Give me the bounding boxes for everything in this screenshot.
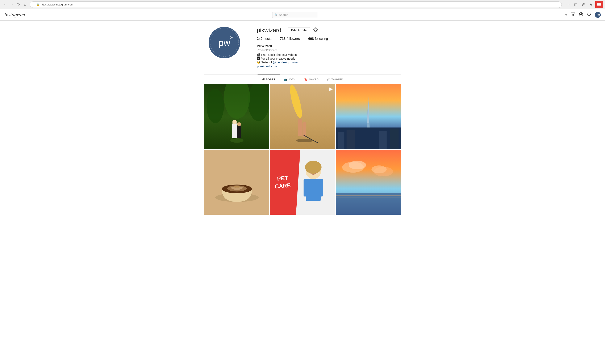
browser-nav-buttons: ← → ↻ ⌂ <box>2 2 28 8</box>
profile-avatar-nav[interactable]: PW <box>595 12 601 18</box>
bio-line-3: 👯 Sister of @the_design_wizard <box>257 61 397 64</box>
avatar-initials: PW <box>596 13 600 16</box>
filter-icon[interactable] <box>571 12 575 17</box>
tagged-tab-label: TAGGED <box>332 78 343 81</box>
post-coffee[interactable] <box>204 150 269 215</box>
profile-avatar[interactable]: pw ® <box>209 27 240 58</box>
instagram-app: Instagram 🔍 Search ⌂ <box>0 9 605 364</box>
tabs-section: POSTS 📺 IGTV 🔖 SAVED 🏷 TAGGED <box>204 75 401 84</box>
search-bar[interactable]: 🔍 Search <box>272 12 317 18</box>
post-petcare[interactable]: PET CARE <box>270 150 335 215</box>
svg-rect-15 <box>263 79 264 80</box>
edit-profile-button[interactable]: Edit Profile <box>288 27 310 33</box>
more-options-button[interactable]: ⋯ <box>565 2 571 8</box>
browser-toolbar-right: ⋯ ◫ ☍ ★ <box>565 1 603 8</box>
saved-tab-label: SAVED <box>309 78 319 81</box>
svg-rect-13 <box>263 78 264 79</box>
mention-link[interactable]: @the_design_wizard <box>273 61 300 64</box>
video-play-icon: ▶ <box>329 86 333 92</box>
profile-tabs: POSTS 📺 IGTV 🔖 SAVED 🏷 TAGGED <box>204 75 401 84</box>
followers-count: 718 <box>280 37 285 41</box>
bio-line-1: 🎬 Free stock photos & videos <box>257 53 397 56</box>
profile-section: pw ® pikwizard_ Edit Profile <box>204 21 401 68</box>
svg-point-4 <box>579 13 583 16</box>
bio-line-2: 🖼 For all your creative needs <box>257 57 397 60</box>
heart-icon[interactable] <box>587 12 591 17</box>
svg-marker-3 <box>571 13 575 16</box>
tab-saved[interactable]: 🔖 SAVED <box>300 75 323 84</box>
bookmark-button[interactable]: ★ <box>588 2 594 8</box>
svg-rect-2 <box>597 5 601 6</box>
following-label: following <box>315 37 328 41</box>
tab-posts[interactable]: POSTS <box>257 75 280 84</box>
post-city[interactable] <box>336 84 401 149</box>
post-office[interactable] <box>336 150 401 215</box>
refresh-button[interactable]: ↻ <box>15 2 21 8</box>
svg-text:pw: pw <box>218 38 230 48</box>
post-surf[interactable]: ▶ <box>270 84 335 149</box>
profile-stats: 249 posts 718 followers 698 following <box>257 37 397 41</box>
lock-icon: 🔒 <box>36 3 40 6</box>
username: pikwizard_ <box>257 27 285 34</box>
svg-marker-5 <box>580 13 582 15</box>
svg-point-11 <box>314 28 317 31</box>
verified-badge <box>313 27 318 33</box>
forward-button[interactable]: → <box>9 2 15 8</box>
tab-igtv[interactable]: 📺 IGTV <box>280 75 300 84</box>
saved-tab-icon: 🔖 <box>304 78 308 81</box>
posts-label: posts <box>263 37 271 41</box>
home-button[interactable]: ⌂ <box>22 2 28 8</box>
address-bar[interactable]: 🔒 https://www.instagram.com <box>30 1 562 8</box>
home-icon[interactable]: ⌂ <box>565 12 567 17</box>
instagram-logo[interactable]: Instagram <box>4 12 25 18</box>
username-row: pikwizard_ Edit Profile <box>257 27 397 34</box>
hamburger-menu-button[interactable] <box>595 1 603 8</box>
igtv-tab-label: IGTV <box>289 78 296 81</box>
igtv-tab-icon: 📺 <box>284 78 288 81</box>
svg-text:®: ® <box>230 36 232 40</box>
reader-button[interactable]: ☍ <box>580 2 586 8</box>
posts-count: 249 <box>257 37 263 41</box>
profile-category: Product/Service <box>257 49 397 52</box>
followers-label: followers <box>286 37 300 41</box>
post-wedding[interactable] <box>204 84 269 149</box>
posts-stat[interactable]: 249 posts <box>257 37 272 41</box>
svg-rect-0 <box>597 3 601 4</box>
url-text: https://www.instagram.com <box>41 3 73 6</box>
followers-stat[interactable]: 718 followers <box>280 37 300 41</box>
tagged-tab-icon: 🏷 <box>327 78 330 81</box>
profile-header: pw ® pikwizard_ Edit Profile <box>209 27 397 68</box>
nav-icons: ⌂ PW <box>565 12 601 18</box>
display-name: PikWizard <box>257 44 397 48</box>
browser-chrome: ← → ↻ ⌂ 🔒 https://www.instagram.com ⋯ ◫ … <box>0 0 605 9</box>
search-icon: 🔍 <box>275 13 278 16</box>
tab-tagged[interactable]: 🏷 TAGGED <box>323 75 348 84</box>
profile-info: pikwizard_ Edit Profile 249 posts <box>257 27 397 68</box>
following-stat[interactable]: 698 following <box>308 37 328 41</box>
posts-grid: ▶ <box>204 84 401 215</box>
svg-rect-1 <box>597 4 601 5</box>
website-link[interactable]: pikwizard.com <box>257 65 277 68</box>
following-count: 698 <box>308 37 314 41</box>
compass-icon[interactable] <box>579 12 583 17</box>
svg-rect-12 <box>262 78 263 79</box>
top-navigation: Instagram 🔍 Search ⌂ <box>0 9 605 21</box>
avatar-display: pw ® <box>209 26 240 59</box>
posts-tab-label: POSTS <box>266 78 276 81</box>
back-button[interactable]: ← <box>2 2 8 8</box>
search-placeholder: Search <box>279 13 288 17</box>
posts-tab-icon <box>262 78 265 81</box>
svg-rect-14 <box>262 79 263 80</box>
pocket-button[interactable]: ◫ <box>573 2 578 8</box>
